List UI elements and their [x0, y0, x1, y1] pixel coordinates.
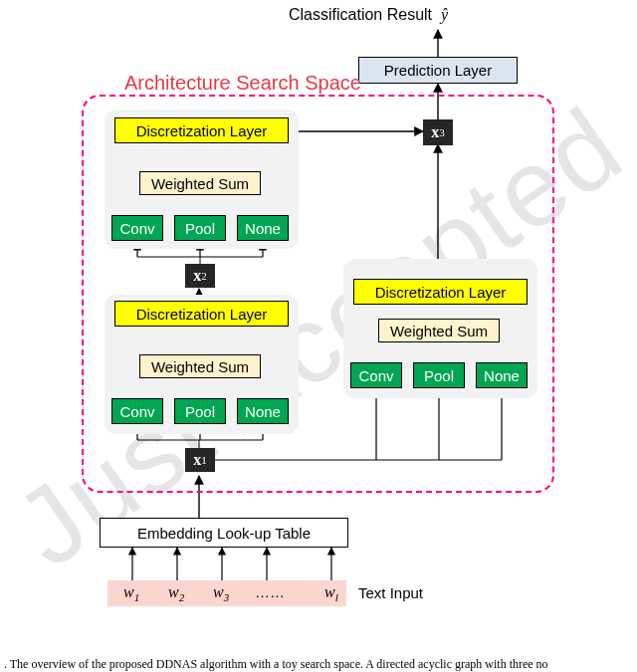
op-pool-c: Pool	[413, 362, 465, 388]
discretization-b: Discretization Layer	[114, 301, 289, 327]
op-conv-a: Conv	[111, 215, 163, 241]
token-w3: w3	[213, 583, 229, 603]
op-pool-a: Pool	[174, 215, 226, 241]
token-dots: ……	[255, 583, 285, 600]
token-wl: wl	[324, 583, 338, 603]
weighted-sum-b: Weighted Sum	[139, 354, 261, 378]
text-input-label: Text Input	[358, 584, 423, 601]
discretization-c: Discretization Layer	[353, 279, 528, 305]
token-w2: w2	[168, 583, 184, 603]
weighted-sum-c: Weighted Sum	[378, 319, 500, 342]
discretization-a: Discretization Layer	[114, 117, 289, 143]
search-space-title: Architecture Search Space	[124, 72, 361, 95]
embedding-block: Embedding Look-up Table	[100, 518, 348, 548]
op-conv-c: Conv	[350, 362, 402, 388]
figure-caption: . The overview of the proposed DDNAS alg…	[0, 655, 637, 672]
node-x3: x3	[423, 119, 453, 145]
classification-result-label: Classification Result ŷ	[289, 6, 448, 24]
op-conv-b: Conv	[111, 398, 163, 424]
op-none-b: None	[237, 398, 289, 424]
weighted-sum-a: Weighted Sum	[139, 171, 261, 195]
op-none-a: None	[237, 215, 289, 241]
token-w1: w1	[123, 583, 139, 603]
op-none-c: None	[476, 362, 528, 388]
op-pool-b: Pool	[174, 398, 226, 424]
node-x2: x2	[185, 264, 215, 288]
prediction-layer-block: Prediction Layer	[358, 57, 518, 84]
node-x1: x1	[185, 448, 215, 472]
